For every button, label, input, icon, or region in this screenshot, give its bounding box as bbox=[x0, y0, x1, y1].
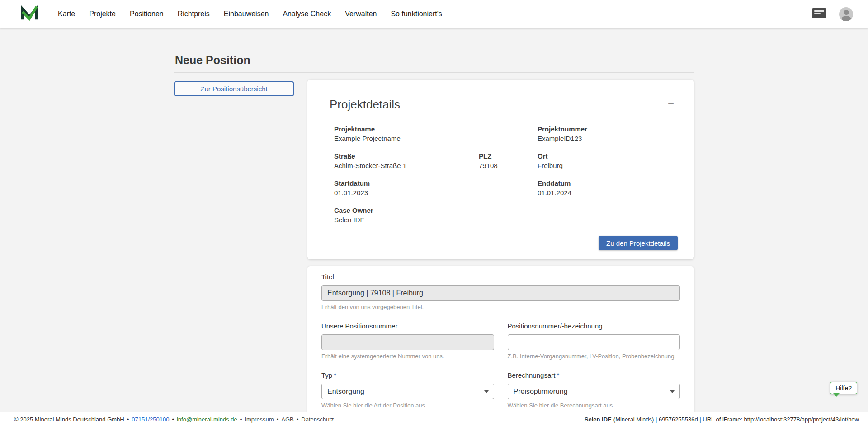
positionsnummer-helper-text: Z.B. Interne-Vorgangsnummer, LV-Position… bbox=[508, 353, 680, 360]
footer: © 2025 Mineral Minds Deutschland GmbH • … bbox=[0, 412, 868, 426]
main-content: Neue Position Zur Positionsübersicht Pro… bbox=[0, 28, 868, 412]
case-owner-value: Selen IDE bbox=[334, 216, 685, 224]
projektname-label: Projektname bbox=[334, 125, 538, 133]
projektname-value: Example Projectname bbox=[334, 135, 538, 142]
ort-value: Freiburg bbox=[538, 162, 685, 169]
table-row: Startdatum 01.01.2023 Enddatum 01.01.202… bbox=[316, 175, 685, 202]
nav-item-so-funktionierts[interactable]: So funktioniert's bbox=[391, 10, 442, 18]
project-details-card: Projektdetails − Projektname Example Pro… bbox=[307, 80, 694, 259]
typ-label: Typ* bbox=[321, 371, 494, 379]
separator: • bbox=[240, 416, 242, 423]
mineral-minds-logo-icon[interactable] bbox=[21, 5, 38, 23]
table-row: Case Owner Selen IDE bbox=[316, 202, 685, 229]
separator: • bbox=[172, 416, 174, 423]
nav-item-positionen[interactable]: Positionen bbox=[130, 10, 164, 18]
card-reader-icon[interactable] bbox=[812, 8, 826, 20]
plz-value: 79108 bbox=[479, 162, 538, 169]
projektnummer-value: ExampleID123 bbox=[538, 135, 685, 142]
page-title: Neue Position bbox=[175, 54, 694, 67]
table-row: Straße Achim-Stocker-Straße 1 PLZ 79108 … bbox=[316, 148, 685, 175]
agb-link[interactable]: AGB bbox=[281, 416, 293, 423]
berechnungsart-helper-text: Wählen Sie hier die Berechnungsart aus. bbox=[508, 402, 680, 409]
titel-label: Titel bbox=[321, 273, 680, 281]
unsere-positionsnummer-helper-text: Erhält eine systemgenerierte Nummer von … bbox=[321, 353, 494, 360]
typ-helper-text: Wählen Sie hier die Art der Position aus… bbox=[321, 402, 494, 409]
enddatum-value: 01.01.2024 bbox=[538, 189, 685, 197]
titel-input bbox=[321, 285, 680, 301]
positionsnummer-label: Positionsnummer/-bezeichnung bbox=[508, 322, 680, 330]
enddatum-label: Enddatum bbox=[538, 179, 685, 187]
impressum-link[interactable]: Impressum bbox=[245, 416, 274, 423]
datenschutz-link[interactable]: Datenschutz bbox=[301, 416, 334, 423]
positionsnummer-input[interactable] bbox=[508, 334, 680, 350]
back-to-positions-button[interactable]: Zur Positionsübersicht bbox=[174, 81, 294, 96]
startdatum-label: Startdatum bbox=[334, 179, 538, 187]
berechnungsart-select[interactable]: Preisoptimierung bbox=[508, 384, 680, 399]
nav-item-projekte[interactable]: Projekte bbox=[89, 10, 116, 18]
required-asterisk: * bbox=[557, 371, 559, 379]
nav-item-einbauweisen[interactable]: Einbauweisen bbox=[224, 10, 269, 18]
startdatum-value: 01.01.2023 bbox=[334, 189, 538, 197]
go-to-project-details-button[interactable]: Zu den Projektdetails bbox=[599, 236, 678, 250]
strasse-value: Achim-Stocker-Straße 1 bbox=[334, 162, 479, 169]
case-owner-label: Case Owner bbox=[334, 206, 685, 214]
project-card-title: Projektdetails bbox=[330, 98, 694, 112]
projektnummer-label: Projektnummer bbox=[538, 125, 685, 133]
plz-label: PLZ bbox=[479, 152, 538, 160]
collapse-card-button[interactable]: − bbox=[665, 97, 677, 109]
typ-select[interactable]: Entsorgung bbox=[321, 384, 494, 399]
unsere-positionsnummer-label: Unsere Positionsnummer bbox=[321, 322, 494, 330]
separator: • bbox=[277, 416, 279, 423]
new-position-form-card: Titel Erhält den von uns vorgegebenen Ti… bbox=[307, 266, 694, 412]
berechnungsart-label: Berechnungsart* bbox=[508, 371, 680, 379]
email-link[interactable]: info@mineral-minds.de bbox=[177, 416, 237, 423]
strasse-label: Straße bbox=[334, 152, 479, 160]
separator: • bbox=[297, 416, 299, 423]
table-row: Projektname Example Projectname Projektn… bbox=[316, 121, 685, 148]
unsere-positionsnummer-input bbox=[321, 334, 494, 350]
navbar: Karte Projekte Positionen Richtpreis Ein… bbox=[0, 0, 868, 28]
nav-item-richtpreis[interactable]: Richtpreis bbox=[178, 10, 210, 18]
nav-item-analyse-check[interactable]: Analyse Check bbox=[283, 10, 331, 18]
copyright-text: © 2025 Mineral Minds Deutschland GmbH bbox=[14, 416, 124, 423]
phone-link[interactable]: 07151/250100 bbox=[132, 416, 169, 423]
required-asterisk: * bbox=[334, 371, 336, 379]
user-avatar-icon[interactable] bbox=[839, 7, 853, 21]
session-user-text: Selen IDE bbox=[585, 416, 612, 423]
help-button[interactable]: Hilfe? bbox=[830, 382, 857, 394]
session-info-text: (Mineral Minds) | 69576255536d | URL of … bbox=[613, 416, 859, 423]
ort-label: Ort bbox=[538, 152, 685, 160]
separator: • bbox=[127, 416, 129, 423]
main-nav: Karte Projekte Positionen Richtpreis Ein… bbox=[58, 10, 442, 18]
titel-helper-text: Erhält den von uns vorgegebenen Titel. bbox=[321, 304, 680, 310]
project-details-table: Projektname Example Projectname Projektn… bbox=[316, 121, 685, 229]
nav-item-karte[interactable]: Karte bbox=[58, 10, 75, 18]
nav-item-verwalten[interactable]: Verwalten bbox=[345, 10, 377, 18]
